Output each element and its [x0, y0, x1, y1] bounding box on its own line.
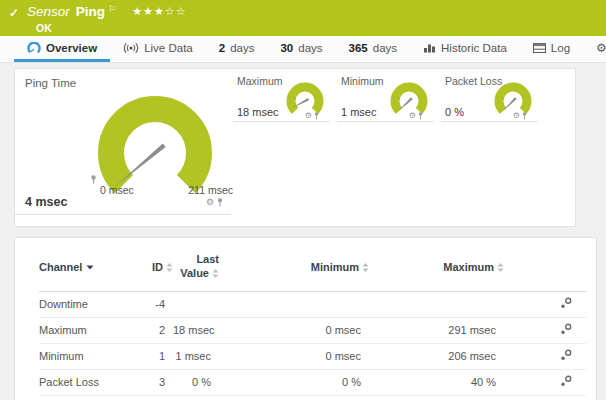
tab-live-data-label: Live Data: [144, 42, 193, 54]
sensor-name: Ping: [76, 4, 105, 20]
channel-name: Downtime: [39, 291, 133, 317]
gauge-settings-icon[interactable]: ⚙: [513, 112, 520, 120]
channel-maximum: [369, 291, 504, 317]
gauge-settings-icon[interactable]: ⚙: [409, 112, 416, 120]
minimum-gauge-value: 1 msec: [341, 106, 376, 118]
gauge-limit-marker-icon: [90, 175, 97, 184]
pin-icon[interactable]: [522, 112, 527, 120]
tab-log-label: Log: [551, 42, 570, 54]
channel-id: 2: [133, 317, 173, 343]
gauge-icon: [27, 42, 41, 54]
priority-flag-icon[interactable]: ⚐: [108, 4, 116, 14]
tab-overview-label: Overview: [46, 42, 97, 54]
tab-historic-data[interactable]: Historic Data: [410, 36, 520, 62]
pin-icon[interactable]: [314, 112, 319, 120]
ping-time-value: 4 msec: [25, 195, 67, 209]
object-kind-label: Sensor: [27, 4, 70, 20]
maximum-gauge-value: 18 msec: [237, 106, 279, 118]
channel-minimum: [219, 291, 369, 317]
channel-minimum: 0 msec: [219, 343, 369, 369]
channel-id: 3: [133, 369, 173, 395]
ping-time-gauge-chart: [85, 87, 225, 199]
table-row-minimum[interactable]: Minimum 1 1 msec 0 msec 206 msec: [39, 343, 586, 369]
sensor-status-badge: OK: [36, 22, 596, 34]
tab-365-days-number: 365: [349, 42, 368, 54]
maximum-gauge-block: Maximum 18 msec ⚙: [233, 75, 330, 122]
broadcast-icon: [123, 42, 139, 54]
tab-overview[interactable]: Overview: [14, 36, 110, 62]
channel-minimum: 0 msec: [219, 395, 369, 400]
tab-365-days-unit: days: [373, 42, 397, 54]
pin-icon[interactable]: [418, 112, 423, 120]
tab-30-days-number: 30: [280, 42, 293, 54]
table-row-downtime[interactable]: Downtime -4: [39, 291, 586, 317]
channel-name: Maximum: [39, 317, 133, 343]
channel-maximum: 40 %: [369, 369, 504, 395]
tab-2-days-unit: days: [230, 42, 254, 54]
channel-id: 0: [133, 395, 173, 400]
tab-30-days[interactable]: 30 days: [267, 36, 335, 62]
channel-maximum: 291 msec: [369, 317, 504, 343]
main-gauge: 0 msec 211 msec: [85, 89, 225, 195]
table-row-packet-loss[interactable]: Packet Loss 3 0 % 0 % 40 %: [39, 369, 586, 395]
ping-time-gauge-block: Ping Time 0 msec 211 msec 4 msec ⚙: [15, 69, 231, 215]
column-header-maximum[interactable]: Maximum: [369, 244, 504, 291]
channels-table: Channel ID Last Value Minimum Maximum: [39, 244, 586, 400]
settings-gear-icon: ⚙: [596, 42, 606, 54]
column-header-minimum[interactable]: Minimum: [219, 244, 369, 291]
gauges-panel: Ping Time 0 msec 211 msec 4 msec ⚙: [14, 68, 576, 227]
sort-both-icon: [212, 269, 219, 278]
channel-last-value: 1 msec: [173, 343, 219, 369]
minimum-gauge-block: Minimum 1 msec ⚙: [337, 75, 434, 122]
channel-last-value: 18 msec: [173, 317, 219, 343]
channel-settings-wrench-icon[interactable]: [560, 349, 572, 361]
tab-bar: Overview Live Data 2 days 30 days 365 da…: [0, 36, 606, 63]
sort-both-icon: [362, 263, 369, 272]
column-header-id[interactable]: ID: [133, 244, 173, 291]
channel-settings-wrench-icon[interactable]: [560, 375, 572, 387]
channel-id: -4: [133, 291, 173, 317]
packet-loss-gauge-value: 0 %: [445, 106, 464, 118]
priority-stars[interactable]: ★★★☆☆: [132, 4, 186, 18]
channel-name: Minimum: [39, 343, 133, 369]
stars-empty: ☆☆: [165, 5, 187, 17]
channels-panel: Channel ID Last Value Minimum Maximum: [14, 237, 597, 400]
bar-chart-icon: [423, 42, 436, 53]
channel-name: Packet Loss: [39, 369, 133, 395]
tab-30-days-unit: days: [298, 42, 322, 54]
tab-log[interactable]: Log: [520, 36, 583, 62]
channel-last-value: 0 %: [173, 369, 219, 395]
channel-maximum: 211 msec: [369, 395, 504, 400]
column-header-last-value[interactable]: Last Value: [173, 244, 219, 291]
table-row-ping-time[interactable]: Ping Time 0 4 msec 0 msec 211 msec: [39, 395, 586, 400]
sort-desc-icon: [86, 265, 94, 270]
channel-name: Ping Time: [39, 395, 133, 400]
tab-historic-data-label: Historic Data: [441, 42, 507, 54]
tab-2-days-number: 2: [219, 42, 225, 54]
table-row-maximum[interactable]: Maximum 2 18 msec 0 msec 291 msec: [39, 317, 586, 343]
channel-maximum: 206 msec: [369, 343, 504, 369]
channel-settings-wrench-icon[interactable]: [560, 297, 572, 309]
gauge-scale-max: 211 msec: [188, 184, 233, 196]
gauge-scale-min: 0 msec: [100, 184, 134, 196]
tab-live-data[interactable]: Live Data: [110, 36, 206, 62]
packet-loss-gauge-block: Packet Loss 0 % ⚙: [441, 75, 538, 122]
sort-both-icon: [497, 263, 504, 272]
channel-minimum: 0 msec: [219, 317, 369, 343]
gauge-settings-icon[interactable]: ⚙: [305, 112, 312, 120]
channel-id: 1: [133, 343, 173, 369]
channel-settings-wrench-icon[interactable]: [560, 323, 572, 335]
column-header-channel[interactable]: Channel: [39, 244, 133, 291]
prtg-sensor-page: ✓ Sensor Ping ⚐ ★★★☆☆ OK Overview Live D…: [0, 0, 606, 400]
sort-both-icon: [166, 263, 173, 272]
stars-filled: ★★★: [132, 5, 165, 17]
log-icon: [533, 43, 546, 53]
column-header-actions: [504, 244, 586, 291]
channel-minimum: 0 %: [219, 369, 369, 395]
sensor-header: ✓ Sensor Ping ⚐ ★★★☆☆ OK: [0, 0, 606, 36]
channel-last-value: [173, 291, 219, 317]
tab-365-days[interactable]: 365 days: [336, 36, 410, 62]
tab-settings[interactable]: ⚙ Settings: [583, 36, 606, 62]
status-check-icon: ✓: [9, 5, 19, 21]
tab-2-days[interactable]: 2 days: [206, 36, 268, 62]
